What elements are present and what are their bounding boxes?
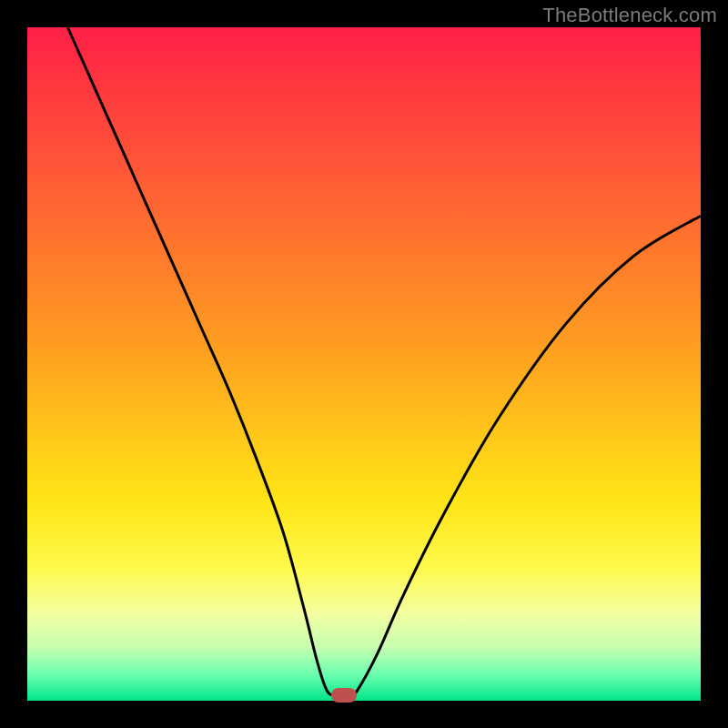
plot-area	[27, 27, 701, 701]
chart-frame: TheBottleneck.com	[0, 0, 728, 728]
curve-path	[67, 27, 701, 696]
bottleneck-curve	[27, 27, 701, 701]
optimal-point-marker	[331, 688, 357, 703]
watermark-text: TheBottleneck.com	[542, 4, 717, 27]
